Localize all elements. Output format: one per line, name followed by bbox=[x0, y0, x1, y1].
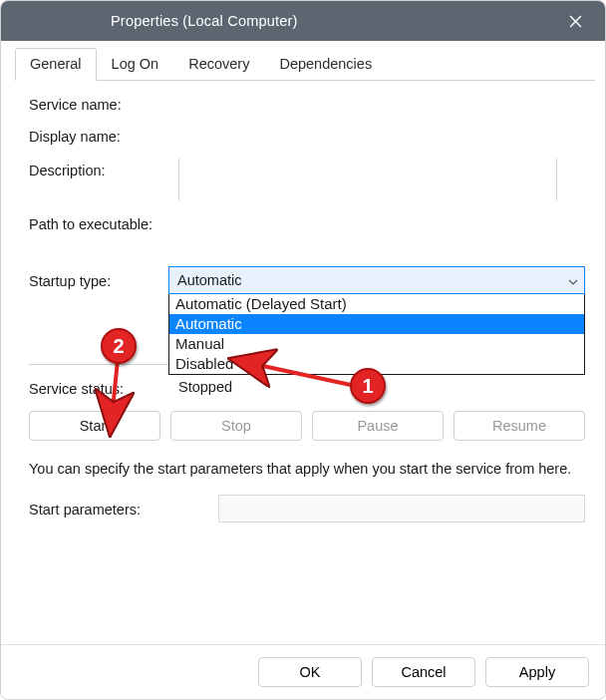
start-parameters-input[interactable] bbox=[218, 495, 585, 523]
dialog-footer: OK Cancel Apply bbox=[1, 644, 605, 699]
option-manual[interactable]: Manual bbox=[169, 334, 584, 354]
service-name-label: Service name: bbox=[29, 95, 178, 113]
tabs: General Log On Recovery Dependencies bbox=[1, 41, 605, 81]
startup-type-label: Startup type: bbox=[29, 271, 168, 289]
path-label: Path to executable: bbox=[29, 214, 152, 232]
stop-button: Stop bbox=[170, 411, 302, 441]
properties-dialog: Properties (Local Computer) General Log … bbox=[0, 0, 606, 700]
tab-general[interactable]: General bbox=[15, 48, 97, 81]
annotation-badge-2: 2 bbox=[101, 328, 137, 364]
startup-type-select[interactable]: Automatic bbox=[168, 266, 585, 294]
service-status-value: Stopped bbox=[178, 379, 232, 397]
chevron-down-icon bbox=[568, 272, 578, 288]
general-panel: Service name: Display name: Description:… bbox=[1, 81, 605, 644]
startup-type-dropdown: Automatic (Delayed Start) Automatic Manu… bbox=[168, 294, 585, 375]
service-status-label: Service status: bbox=[29, 379, 178, 397]
tab-recovery[interactable]: Recovery bbox=[173, 48, 264, 81]
start-parameters-hint: You can specify the start parameters tha… bbox=[29, 459, 585, 481]
apply-button[interactable]: Apply bbox=[485, 657, 589, 687]
tab-dependencies[interactable]: Dependencies bbox=[264, 48, 387, 81]
option-automatic-delayed[interactable]: Automatic (Delayed Start) bbox=[169, 294, 584, 314]
tab-log-on[interactable]: Log On bbox=[97, 48, 174, 81]
start-button[interactable]: Start bbox=[29, 411, 160, 441]
display-name-label: Display name: bbox=[29, 127, 178, 145]
close-icon bbox=[569, 15, 582, 28]
option-disabled[interactable]: Disabled bbox=[169, 354, 584, 374]
startup-type-value: Automatic bbox=[177, 272, 241, 288]
description-label: Description: bbox=[29, 159, 178, 178]
titlebar: Properties (Local Computer) bbox=[1, 1, 605, 41]
close-button[interactable] bbox=[553, 1, 597, 41]
cancel-button[interactable]: Cancel bbox=[372, 657, 475, 687]
pause-button: Pause bbox=[312, 411, 444, 441]
ok-button[interactable]: OK bbox=[258, 657, 362, 687]
resume-button: Resume bbox=[454, 411, 585, 441]
window-title: Properties (Local Computer) bbox=[1, 13, 553, 29]
option-automatic[interactable]: Automatic bbox=[169, 314, 584, 334]
description-box bbox=[178, 159, 557, 200]
start-parameters-label: Start parameters: bbox=[29, 500, 218, 518]
